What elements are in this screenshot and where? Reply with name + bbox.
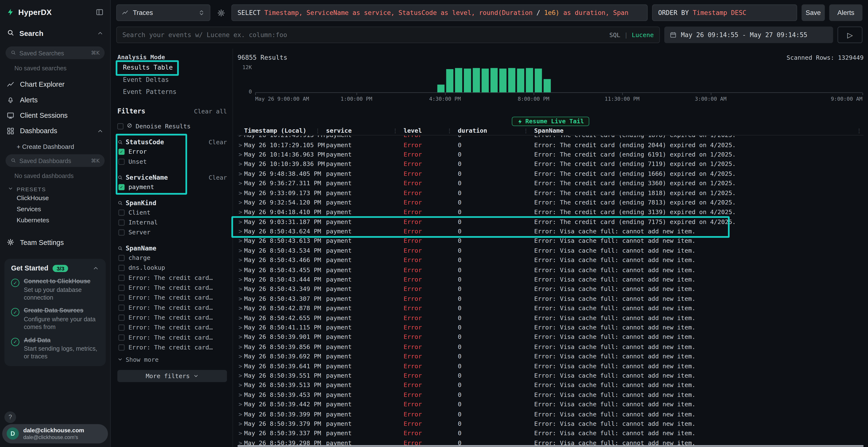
filter-option[interactable]: Error: The credit card … xyxy=(117,282,227,293)
filter-group-name[interactable]: StatusCode xyxy=(126,138,164,146)
facet-search-icon[interactable] xyxy=(117,139,123,145)
filter-option[interactable]: Error: The credit card … xyxy=(117,312,227,322)
filter-group-name[interactable]: SpanName xyxy=(126,244,156,252)
row-expander[interactable]: > xyxy=(238,401,244,408)
saved-dashboards-input[interactable]: Saved Dashboards ⌘K xyxy=(5,154,105,167)
table-row[interactable]: >May 26 9:03:31.187 PMpaymentError0Error… xyxy=(238,217,864,227)
row-expander[interactable]: > xyxy=(238,334,244,341)
facet-search-icon[interactable] xyxy=(117,175,123,180)
row-expander[interactable]: > xyxy=(238,343,244,350)
table-row[interactable]: >May 26 8:50:42.655 PMpaymentError0Error… xyxy=(238,313,864,323)
column-resize-handle[interactable]: ⋮ xyxy=(857,128,862,134)
table-row[interactable]: >May 26 8:50:39.856 PMpaymentError0Error… xyxy=(238,342,864,352)
filter-option[interactable]: Error: The credit card … xyxy=(117,342,227,352)
table-row[interactable]: >May 26 8:50:39.399 PMpaymentError0Error… xyxy=(238,409,864,419)
row-expander[interactable]: > xyxy=(238,209,244,216)
checkbox[interactable] xyxy=(118,295,124,301)
sidebar-item-client-sessions[interactable]: Client Sessions xyxy=(0,108,110,123)
column-header-duration[interactable]: duration xyxy=(458,127,487,134)
filter-group-name[interactable]: SpanKind xyxy=(126,199,156,207)
saved-searches-input[interactable]: Saved Searches ⌘K xyxy=(5,46,105,59)
row-expander[interactable]: > xyxy=(238,170,244,177)
presets-toggle[interactable]: PRESETS xyxy=(0,179,110,193)
create-dashboard-link[interactable]: + Create Dashboard xyxy=(0,139,110,150)
table-row[interactable]: >May 26 8:50:39.901 PMpaymentError0Error… xyxy=(238,332,864,342)
row-expander[interactable]: > xyxy=(238,420,244,427)
sidebar-item-chart-explorer[interactable]: Chart Explorer xyxy=(0,77,110,92)
filter-option[interactable]: Error: The credit card … xyxy=(117,332,227,342)
row-expander[interactable]: > xyxy=(238,295,244,303)
denoise-results-checkbox[interactable]: Denoise Results xyxy=(117,121,227,131)
checkbox[interactable] xyxy=(118,209,124,215)
row-expander[interactable]: > xyxy=(238,363,244,370)
analysis-mode-option[interactable]: Event Deltas xyxy=(117,73,227,86)
table-row[interactable]: >May 26 8:50:39.453 PMpaymentError0Error… xyxy=(238,390,864,400)
get-started-item[interactable]: ✓ Create Data Sources Configure where yo… xyxy=(11,307,99,331)
row-expander[interactable]: > xyxy=(238,411,244,418)
filter-option[interactable]: Error: The credit card … xyxy=(117,322,227,332)
language-lucene-toggle[interactable]: Lucene xyxy=(632,31,654,38)
row-expander[interactable]: > xyxy=(238,430,244,437)
table-row[interactable]: >May 26 8:50:39.337 PMpaymentError0Error… xyxy=(238,429,864,438)
row-expander[interactable]: > xyxy=(238,141,244,148)
checkbox[interactable] xyxy=(118,314,124,320)
table-row[interactable]: >May 26 8:50:39.692 PMpaymentError0Error… xyxy=(238,352,864,361)
row-expander[interactable]: > xyxy=(238,305,244,312)
column-resize-handle[interactable]: ⋮ xyxy=(393,128,398,134)
row-expander[interactable]: > xyxy=(238,161,244,168)
chevron-up-icon[interactable] xyxy=(97,30,104,37)
table-row[interactable]: >May 26 8:50:43.613 PMpaymentError0Error… xyxy=(238,236,864,246)
get-started-item[interactable]: ✓ Connect to ClickHouse Set up your data… xyxy=(11,278,99,302)
team-settings-link[interactable]: Team Settings xyxy=(0,234,110,251)
user-menu[interactable]: D dale@clickhouse.com dale@clickhouse.co… xyxy=(2,424,108,443)
get-started-item[interactable]: ✓ Add Data Start sending logs, metrics, … xyxy=(11,337,99,360)
checkbox[interactable] xyxy=(117,123,123,129)
row-expander[interactable]: > xyxy=(238,218,244,226)
filter-option[interactable]: Internal xyxy=(117,217,227,227)
table-row[interactable]: >May 26 10:17:29.105 PMpaymentError0Erro… xyxy=(238,140,864,150)
table-row[interactable]: >May 26 9:04:18.410 PMpaymentError0Error… xyxy=(238,207,864,217)
checkbox[interactable] xyxy=(118,159,124,165)
analysis-mode-option[interactable]: Event Patterns xyxy=(117,86,227,98)
date-range-picker[interactable]: May 26 09:14:55 - May 27 09:14:55 xyxy=(664,27,833,43)
save-button[interactable]: Save xyxy=(802,4,825,21)
row-expander[interactable]: > xyxy=(238,382,244,389)
filter-option[interactable]: Error: The credit card … xyxy=(117,273,227,282)
checkbox[interactable] xyxy=(118,284,124,290)
alerts-button[interactable]: Alerts xyxy=(829,4,863,21)
checkbox[interactable]: ✓ xyxy=(118,184,124,190)
row-expander[interactable]: > xyxy=(238,314,244,321)
table-row[interactable]: >May 26 8:50:43.466 PMpaymentError0Error… xyxy=(238,255,864,265)
table-row[interactable]: >May 26 10:14:36.963 PMpaymentError0Erro… xyxy=(238,150,864,160)
run-query-button[interactable]: ▷ xyxy=(838,27,863,43)
sidebar-item-kubernetes[interactable]: Kubernetes xyxy=(0,215,110,226)
table-row[interactable]: >May 26 8:50:41.115 PMpaymentError0Error… xyxy=(238,323,864,332)
table-row[interactable]: >May 26 8:50:43.455 PMpaymentError0Error… xyxy=(238,265,864,275)
filter-option[interactable]: ✓payment xyxy=(117,182,227,192)
filter-option[interactable]: Server xyxy=(117,227,227,237)
column-header-level[interactable]: level xyxy=(404,127,422,134)
row-expander[interactable]: > xyxy=(238,180,244,187)
facet-search-icon[interactable] xyxy=(117,245,123,251)
table-row[interactable]: >May 26 8:50:39.513 PMpaymentError0Error… xyxy=(238,381,864,390)
source-settings-gear-icon[interactable] xyxy=(215,4,227,21)
row-expander[interactable]: > xyxy=(238,266,244,274)
table-row[interactable]: >May 26 9:33:09.173 PMpaymentError0Error… xyxy=(238,188,864,198)
checkbox[interactable] xyxy=(118,344,124,350)
filter-clear-link[interactable]: Clear xyxy=(209,174,227,181)
checkbox[interactable] xyxy=(118,275,124,281)
filter-option[interactable]: Client xyxy=(117,207,227,217)
row-expander[interactable]: > xyxy=(238,257,244,264)
column-header-service[interactable]: service xyxy=(326,127,351,134)
sidebar-section-search[interactable]: Search xyxy=(0,24,110,42)
collapse-sidebar-icon[interactable] xyxy=(96,8,103,16)
facet-search-icon[interactable] xyxy=(117,200,123,206)
row-expander[interactable]: > xyxy=(238,276,244,283)
column-header-timestamp[interactable]: Timestamp (Local) xyxy=(244,127,306,134)
checkbox[interactable] xyxy=(118,219,124,225)
sql-select-input[interactable]: SELECT Timestamp, ServiceName as service… xyxy=(231,4,648,21)
row-expander[interactable]: > xyxy=(238,151,244,158)
column-resize-handle[interactable]: ⋮ xyxy=(447,128,452,134)
row-expander[interactable]: > xyxy=(238,189,244,197)
table-row[interactable]: >May 26 8:50:42.878 PMpaymentError0Error… xyxy=(238,304,864,313)
